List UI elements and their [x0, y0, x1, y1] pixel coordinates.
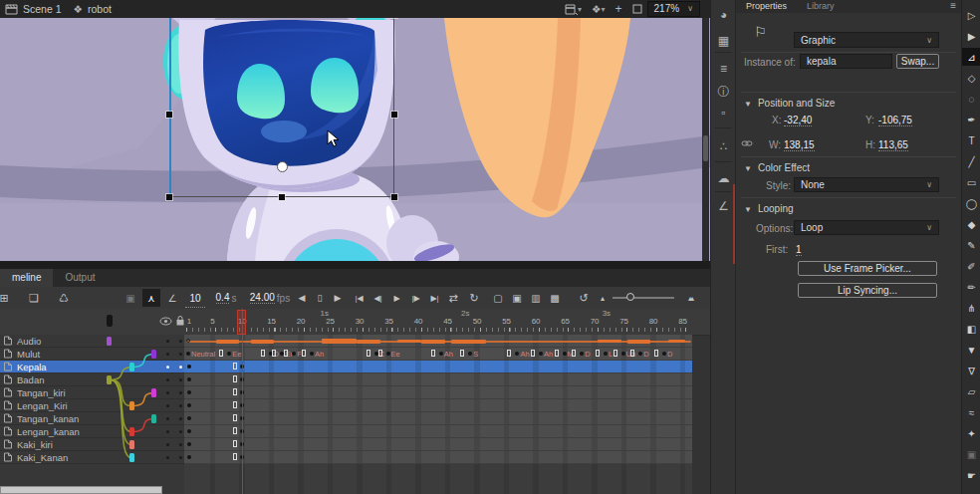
new-folder-icon[interactable]: ❏: [24, 289, 44, 307]
selection-tool[interactable]: ▷: [962, 6, 980, 24]
hand-tool[interactable]: ☛: [962, 466, 980, 484]
layer-lock-dot[interactable]: [179, 404, 182, 407]
y-value[interactable]: -106,75: [878, 115, 912, 126]
use-frame-picker-button[interactable]: Use Frame Picker...: [798, 261, 937, 276]
edit-multiple-frames-icon[interactable]: ▥: [528, 289, 544, 307]
layer-row-tangan_kiri[interactable]: Tangan_kiri: [0, 386, 184, 399]
keyframe-dot[interactable]: [187, 390, 191, 394]
reset-timeline-zoom-icon[interactable]: ↺: [576, 289, 592, 307]
layer-row-lengan_kanan[interactable]: Lengan_kanan: [0, 425, 184, 438]
keyframe-dot[interactable]: [604, 352, 608, 356]
frame-row-lengan_kiri[interactable]: [184, 399, 692, 412]
go-first-button[interactable]: |◀: [351, 289, 368, 307]
layer-row-kaki_kiri[interactable]: Kaki_kiri: [0, 438, 184, 451]
frame-row-tangan_kanan[interactable]: [184, 412, 692, 425]
camera-icon[interactable]: ▣: [122, 289, 139, 307]
keyframe-dot[interactable]: [292, 352, 296, 356]
edit-scene-icon[interactable]: ▾: [565, 4, 582, 15]
layer-row-audio[interactable]: Audio: [0, 335, 184, 348]
lasso-tool[interactable]: ◌: [962, 90, 980, 108]
tab-properties[interactable]: Properties: [736, 0, 797, 13]
stage-canvas[interactable]: [0, 18, 710, 261]
delete-layer-icon[interactable]: ♺: [54, 289, 74, 307]
scene-breadcrumb[interactable]: Scene 1: [23, 3, 62, 15]
asset-warp-tool[interactable]: ✦: [962, 424, 980, 442]
stage-zoom-select[interactable]: 217%∨: [647, 1, 700, 17]
position-size-header[interactable]: ▼Position and Size: [744, 98, 835, 109]
instance-name-field[interactable]: kepala: [800, 54, 892, 69]
keyframe-dot[interactable]: [580, 352, 584, 356]
frame-row-kaki_kiri[interactable]: [184, 438, 692, 451]
loop-range-icon[interactable]: ↻: [465, 289, 483, 307]
layer-visibility-dot[interactable]: [166, 353, 169, 356]
step-back-button[interactable]: ◀|: [369, 289, 386, 307]
frame-row-kaki_kanan[interactable]: [184, 451, 692, 464]
eyedropper-tool[interactable]: ∇: [962, 362, 980, 379]
playhead-line[interactable]: [242, 309, 243, 494]
keyframe-dot[interactable]: [186, 352, 190, 356]
shuttle-icon[interactable]: ⇄: [444, 289, 462, 307]
transformation-point[interactable]: [277, 161, 288, 172]
keyframe-dot[interactable]: [310, 352, 314, 356]
frame-rate-value[interactable]: 24.00fps: [247, 289, 293, 307]
color-style-select[interactable]: None∨: [794, 177, 939, 192]
keyframe-dot[interactable]: [187, 416, 191, 420]
keyframe-dot[interactable]: [187, 365, 191, 369]
layer-row-tangan_kanan[interactable]: Tangan_kanan: [0, 412, 184, 425]
layer-lock-dot[interactable]: [179, 456, 182, 459]
layer-row-badan[interactable]: Badan: [0, 373, 184, 386]
gradient-transform-tool[interactable]: ◇: [962, 69, 980, 87]
selection-bounding-box[interactable]: [169, 18, 394, 197]
cc-libraries-icon[interactable]: ☁: [711, 171, 736, 185]
symbol-type-select[interactable]: Graphic∨: [794, 32, 939, 48]
layer-visibility-dot[interactable]: [166, 378, 169, 381]
first-frame-value[interactable]: 1: [796, 244, 802, 256]
lip-syncing-button[interactable]: Lip Syncing...: [798, 283, 937, 298]
current-frame-value[interactable]: 10: [185, 289, 205, 308]
keyframe-dot[interactable]: [227, 352, 231, 356]
h-value[interactable]: 113,65: [878, 139, 908, 151]
selection-handle-bottom-right[interactable]: [391, 194, 397, 200]
keyframe-dot[interactable]: [662, 352, 666, 356]
keyframe-dot[interactable]: [187, 403, 191, 407]
layer-row-mulut[interactable]: Mulut: [0, 348, 184, 361]
layer-visibility-dot[interactable]: [166, 366, 169, 369]
layer-row-lengan_kiri[interactable]: Lengan_Kiri: [0, 399, 184, 412]
keyframe-dot[interactable]: [468, 352, 472, 356]
line-tool[interactable]: ╱: [962, 152, 980, 170]
layer-lock-dot[interactable]: [179, 353, 182, 356]
layer-lock-dot[interactable]: [179, 443, 182, 446]
info-panel-icon[interactable]: ⓘ: [711, 84, 736, 101]
layer-lock-dot[interactable]: [179, 378, 182, 381]
frame-row-badan[interactable]: [184, 373, 692, 386]
onion-marker-icon[interactable]: ▯: [312, 289, 328, 307]
camera-tool[interactable]: ▣: [962, 445, 980, 463]
tab-library[interactable]: Library: [797, 0, 845, 13]
panel-menu-icon[interactable]: ≡: [950, 0, 956, 11]
layer-row-kaki_kanan[interactable]: Kaki_Kanan: [0, 451, 184, 464]
selection-handle-bottom-left[interactable]: [166, 194, 172, 200]
onion-skin-icon[interactable]: ▢: [490, 289, 506, 307]
transform-panel-icon[interactable]: ▫: [711, 106, 736, 120]
stage-vertical-scrollbar[interactable]: [702, 18, 709, 261]
pencil-tool[interactable]: ✎: [962, 236, 980, 254]
loop-options-select[interactable]: Loop∨: [794, 220, 939, 235]
keyframe-dot[interactable]: [187, 442, 191, 446]
w-value[interactable]: 138,15: [784, 139, 815, 151]
classic-brush-tool[interactable]: ✏: [962, 278, 980, 296]
brush-library-icon[interactable]: ∴: [711, 139, 736, 153]
keyframe-dot[interactable]: [187, 377, 191, 381]
onion-outline-icon[interactable]: ▣: [509, 289, 525, 307]
parenting-view-icon[interactable]: ⋏: [142, 289, 160, 307]
x-value[interactable]: -32,40: [784, 115, 812, 126]
clapperboard-icon[interactable]: [5, 4, 18, 15]
layer-visibility-dot[interactable]: [166, 404, 169, 407]
swap-button[interactable]: Swap...: [896, 54, 939, 69]
slider-track[interactable]: [612, 297, 674, 299]
subselection-tool[interactable]: ▶: [962, 27, 980, 45]
keyframe-dot[interactable]: [187, 455, 191, 459]
frame-ruler[interactable]: 1s2s3s1510152025303540455055606570758085: [184, 309, 710, 336]
frame-row-tangan_kiri[interactable]: [184, 386, 692, 399]
ink-bottle-tool[interactable]: ▼: [962, 341, 980, 359]
width-tool[interactable]: ≈: [962, 403, 980, 421]
